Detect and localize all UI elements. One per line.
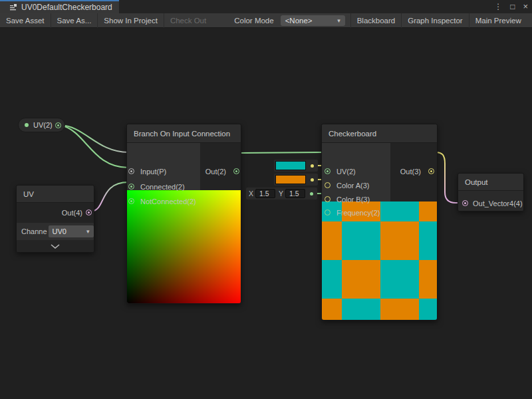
node-title: UV bbox=[17, 186, 94, 203]
checkerboard-preview bbox=[322, 201, 437, 320]
widget-port-housing bbox=[307, 190, 316, 198]
port-label-out4: Out(4) bbox=[62, 207, 82, 218]
freq-y-label: Y bbox=[277, 190, 283, 198]
color-b-swatch[interactable] bbox=[275, 175, 306, 184]
port-label-out3: Out(3) bbox=[400, 166, 421, 177]
color-b-port-dot bbox=[311, 178, 314, 182]
port-cb-frequency[interactable] bbox=[325, 209, 331, 215]
port-uvprop-out[interactable] bbox=[55, 122, 61, 128]
shader-graph-window: UV0DefaultCheckerboard ⋮ □ × Save Asset … bbox=[0, 0, 532, 399]
node-title: Branch On Input Connection bbox=[127, 124, 241, 143]
port-label-colorb: Color B(3) bbox=[336, 194, 370, 205]
port-label-out-vector4: Out_Vector4(4) bbox=[473, 198, 523, 209]
widget-port-housing bbox=[308, 162, 317, 170]
property-indicator-dot bbox=[25, 123, 29, 127]
node-title: Output bbox=[458, 174, 523, 191]
port-cb-colora[interactable] bbox=[325, 182, 331, 188]
edge-branch-to-checkerboard[interactable] bbox=[239, 152, 325, 153]
freq-x-label: X bbox=[247, 190, 253, 198]
chevron-down-icon bbox=[51, 244, 60, 249]
frequency-port-dot bbox=[310, 192, 313, 196]
port-label-input: Input(P) bbox=[140, 166, 166, 177]
freq-y-input[interactable]: 1.5 bbox=[285, 189, 305, 198]
port-label-notconnected: NotConnected(2) bbox=[140, 196, 196, 207]
port-cb-out[interactable] bbox=[428, 168, 434, 174]
property-label: UV(2) bbox=[33, 121, 53, 129]
node-checkerboard[interactable]: Checkerboard UV(2) Color A(3) Color B(3)… bbox=[321, 124, 438, 321]
chevron-down-icon: ▾ bbox=[86, 228, 90, 235]
edge-uvnode-to-notconnected[interactable] bbox=[90, 182, 128, 211]
node-branch-on-input-connection[interactable]: Branch On Input Connection Input(P) Conn… bbox=[126, 124, 241, 304]
port-uv-out[interactable] bbox=[86, 209, 92, 215]
port-cb-uv[interactable] bbox=[325, 168, 331, 174]
node-uv-property-pill[interactable]: UV(2) bbox=[18, 118, 65, 132]
node-output[interactable]: Output Out_Vector4(4) bbox=[458, 173, 524, 211]
port-label-connected: Connected(2) bbox=[140, 182, 185, 192]
input-section bbox=[322, 143, 390, 201]
preview-collapse-toggle[interactable] bbox=[17, 240, 94, 252]
port-branch-out[interactable] bbox=[233, 168, 239, 174]
port-output-vector4[interactable] bbox=[462, 200, 468, 206]
frequency-widget: X 1.5 Y 1.5 bbox=[246, 188, 317, 200]
port-notconnected[interactable] bbox=[128, 198, 134, 204]
branch-uv-preview bbox=[127, 190, 241, 303]
color-a-swatch[interactable] bbox=[275, 161, 306, 170]
node-uv[interactable]: UV Out(4) Channe UV0 ▾ bbox=[16, 185, 94, 253]
edge-checkerboard-to-output[interactable] bbox=[434, 152, 460, 203]
port-label-frequency: Frequency(2) bbox=[336, 207, 380, 218]
port-label-colora: Color A(3) bbox=[336, 180, 370, 191]
widget-port-housing bbox=[308, 176, 317, 184]
color-a-widget bbox=[274, 160, 318, 172]
color-b-widget bbox=[274, 174, 318, 186]
port-input-p[interactable] bbox=[128, 168, 134, 174]
uv-channel-value: UV0 bbox=[53, 227, 66, 235]
freq-x-input[interactable]: 1.5 bbox=[255, 189, 275, 198]
port-cb-colorb[interactable] bbox=[325, 196, 331, 202]
uv-channel-dropdown[interactable]: UV0 ▾ bbox=[49, 225, 94, 237]
port-connected[interactable] bbox=[128, 184, 134, 190]
channel-label: Channe bbox=[21, 227, 47, 235]
edge-uvprop-to-connected[interactable] bbox=[61, 125, 128, 168]
port-label-uv2: UV(2) bbox=[336, 166, 356, 177]
node-title: Checkerboard bbox=[322, 124, 437, 143]
port-label-out2: Out(2) bbox=[205, 166, 226, 177]
color-a-port-dot bbox=[311, 164, 314, 168]
